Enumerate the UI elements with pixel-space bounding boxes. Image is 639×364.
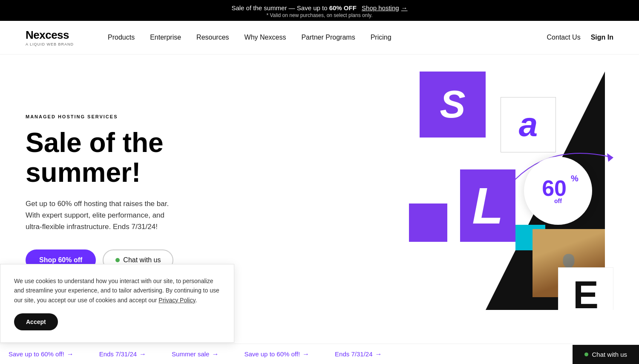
cookie-banner: We use cookies to understand how you int… bbox=[0, 264, 234, 310]
cookie-text: We use cookies to understand how you int… bbox=[14, 276, 220, 305]
nav-enterprise[interactable]: Enterprise bbox=[150, 34, 181, 41]
hero-description: Get up to 60% off hosting that raises th… bbox=[26, 198, 256, 233]
shop-hosting-link[interactable]: Shop hosting → bbox=[362, 4, 408, 11]
purple-small-block bbox=[409, 203, 447, 242]
logo[interactable]: Nexcess A LIQUID WEB BRAND bbox=[26, 29, 74, 46]
privacy-policy-link[interactable]: Privacy Policy bbox=[158, 297, 195, 304]
nav-right: Contact Us Sign In bbox=[547, 34, 613, 41]
top-banner: Sale of the summer — Save up to 60% OFF … bbox=[0, 0, 639, 21]
letter-s-block: S bbox=[420, 72, 486, 138]
logo-text: Nexcess bbox=[26, 29, 74, 42]
contact-us-link[interactable]: Contact Us bbox=[547, 34, 581, 41]
banner-highlight: 60% OFF bbox=[329, 4, 357, 11]
sign-in-link[interactable]: Sign In bbox=[591, 34, 613, 41]
chat-status-dot bbox=[115, 258, 120, 262]
hero-eyebrow: MANAGED HOSTING SERVICES bbox=[26, 114, 256, 119]
hero-title: Sale of the summer! bbox=[26, 128, 256, 188]
svg-marker-0 bbox=[607, 153, 613, 162]
hero-text: MANAGED HOSTING SERVICES Sale of the sum… bbox=[26, 89, 256, 271]
sixty-percent-circle: 60 % off bbox=[524, 157, 592, 225]
nav-partner-programs[interactable]: Partner Programs bbox=[301, 34, 355, 41]
banner-subtext: * Valid on new purchases, on select plan… bbox=[9, 12, 630, 18]
letter-l-block: L bbox=[460, 169, 515, 242]
nav-why-nexcess[interactable]: Why Nexcess bbox=[245, 34, 286, 41]
nav-pricing[interactable]: Pricing bbox=[371, 34, 391, 41]
banner-text: Sale of the summer — Save up to bbox=[231, 4, 329, 11]
nav-links: Products Enterprise Resources Why Nexces… bbox=[108, 34, 547, 41]
nav-resources[interactable]: Resources bbox=[196, 34, 229, 41]
nav-products[interactable]: Products bbox=[108, 34, 135, 41]
letter-e-block: E bbox=[558, 267, 613, 310]
main-nav: Nexcess A LIQUID WEB BRAND Products Ente… bbox=[0, 21, 639, 54]
hero-graphic: S a 60 % off L + 👤 E bbox=[349, 72, 639, 310]
arrow-icon: → bbox=[401, 4, 408, 11]
logo-subtext: A LIQUID WEB BRAND bbox=[26, 42, 74, 46]
